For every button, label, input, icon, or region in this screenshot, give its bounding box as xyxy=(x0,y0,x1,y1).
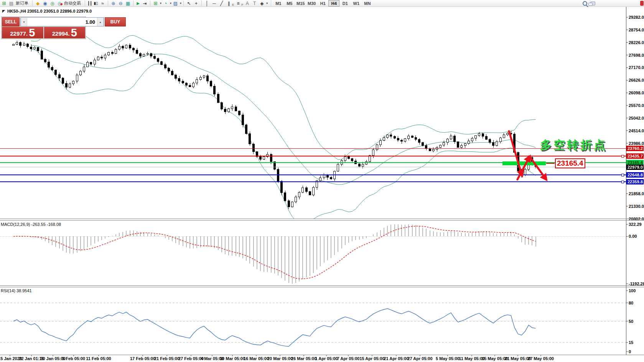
svg-text:26098.0: 26098.0 xyxy=(629,90,644,95)
toolbar-separator xyxy=(133,1,133,6)
svg-text:27170.0: 27170.0 xyxy=(629,65,644,70)
autotrading-icon[interactable]: ◎ xyxy=(56,0,63,6)
svg-text:21 Apr 05:00: 21 Apr 05:00 xyxy=(384,356,408,361)
periods-dropdown-icon[interactable]: ▾ xyxy=(170,2,171,5)
svg-text:5 May 05:00: 5 May 05:00 xyxy=(436,356,460,361)
timeframe-m5-button[interactable]: M5 xyxy=(284,0,295,7)
svg-text:21 May 05:00: 21 May 05:00 xyxy=(505,356,531,361)
sell-price-button[interactable]: 22977.5 xyxy=(2,27,43,38)
buy-price-big-digit: 5 xyxy=(71,29,77,37)
svg-text:25042.0: 25042.0 xyxy=(629,116,644,120)
zoom-in-icon[interactable]: ⊕ xyxy=(110,0,117,6)
timeframe-w1-button[interactable]: W1 xyxy=(351,0,362,7)
fibonacci-tool-sub-icon: F xyxy=(241,3,243,7)
turning-point-annotation[interactable]: 多空转折点 xyxy=(540,137,607,153)
buy-price-main: 22994. xyxy=(52,30,70,37)
shapes-dropdown-icon[interactable]: ▾ xyxy=(266,2,268,5)
buy-button[interactable]: BUY xyxy=(105,17,126,26)
svg-text:11 May 05:00: 11 May 05:00 xyxy=(459,356,484,361)
svg-text:23986.0: 23986.0 xyxy=(629,141,644,146)
trade-panel-top-row: SELL ▾ ▴ BUY xyxy=(2,17,86,27)
indicators-dropdown-icon[interactable]: ▾ xyxy=(160,2,161,5)
tile-windows-icon[interactable]: ▦ xyxy=(125,0,131,6)
chart-title-text: HK50-,H4 23051.0 23051.0 22896.0 22979.0 xyxy=(7,9,92,13)
volume-input[interactable] xyxy=(27,18,97,26)
svg-text:20 Mar 05:00: 20 Mar 05:00 xyxy=(267,356,293,361)
svg-text:80: 80 xyxy=(629,301,633,305)
new-chart-icon[interactable]: ⊞ xyxy=(1,0,7,6)
new-order-icon[interactable]: ▤ xyxy=(8,0,15,6)
time-axis: 15 Jan 202022 Jan 01:1530 Jan 05:005 Feb… xyxy=(0,355,554,361)
timeframe-m15-button[interactable]: M15 xyxy=(295,0,306,7)
chat-icon[interactable] xyxy=(590,2,595,5)
main-toolbar: ⊞ ▤ 新订单 ◆ ◉ ◎ ◎ 自动交易 ┃┃ ▮▯ ≈ ⊕ ⊖ ▦ ▶ ⇥ ⊞… xyxy=(0,0,644,7)
periods-icon[interactable]: ◔ xyxy=(162,0,169,6)
alert-badge-icon[interactable] xyxy=(640,1,644,6)
volume-decrease-button[interactable]: ▾ xyxy=(21,18,27,26)
autotrading-button[interactable]: 自动交易 xyxy=(64,0,81,6)
buy-price-button[interactable]: 22994.5 xyxy=(44,27,86,38)
zoom-out-icon[interactable]: ⊖ xyxy=(117,0,124,6)
shapes-tool-icon[interactable]: ◈ xyxy=(259,0,265,6)
chart-shift-icon[interactable]: ⇥ xyxy=(142,0,148,6)
panel-borders[interactable] xyxy=(0,7,644,355)
volume-increase-button[interactable]: ▴ xyxy=(97,18,104,26)
candlesticks xyxy=(13,41,537,209)
price-callout-label[interactable]: 23165.4 xyxy=(555,158,585,168)
text-tool-icon[interactable]: A xyxy=(244,0,250,6)
new-order-button[interactable]: 新订单 xyxy=(16,0,28,6)
chart-canvas[interactable]: 29282.028754.028226.027698.027170.026626… xyxy=(0,0,644,362)
svg-text:20802.0: 20802.0 xyxy=(629,217,644,221)
community-icon[interactable]: ◉ xyxy=(42,0,48,6)
timeframe-mn-button[interactable]: MN xyxy=(362,0,373,7)
indicators-icon[interactable]: ⊞ xyxy=(152,0,159,6)
label-tool-icon[interactable]: T xyxy=(251,0,258,6)
market-icon[interactable]: ◆ xyxy=(35,0,41,6)
rsi-line xyxy=(13,309,536,347)
sell-button[interactable]: SELL xyxy=(2,17,20,26)
timeframe-m30-button[interactable]: M30 xyxy=(306,0,317,7)
line-chart-icon[interactable]: ≈ xyxy=(99,0,106,6)
hline-label-23760.2: 23760.2 xyxy=(626,146,644,151)
sell-price-main: 22977. xyxy=(10,30,28,37)
candlestick-chart-icon[interactable]: ▮▯ xyxy=(93,0,99,6)
trendline-tool-icon[interactable]: ╱ xyxy=(218,0,225,6)
macd-indicator-label: MACD(12,26,9) -263.55 -168.08 xyxy=(1,222,61,227)
templates-icon[interactable]: ▨ xyxy=(172,0,179,6)
svg-text:15: 15 xyxy=(629,340,633,345)
sell-price-big-digit: 5 xyxy=(29,29,35,37)
toolbar-separator xyxy=(108,1,108,6)
svg-text:22359.8: 22359.8 xyxy=(628,179,643,184)
svg-text:5 Feb 05:00: 5 Feb 05:00 xyxy=(62,356,85,361)
search-icon[interactable] xyxy=(583,1,587,6)
horizontal-line-tool-icon[interactable]: ─ xyxy=(211,0,217,6)
signals-icon[interactable]: ◎ xyxy=(49,0,56,6)
timeframe-m1-button[interactable]: M1 xyxy=(273,0,284,7)
fibonacci-tool-icon[interactable]: ≡ xyxy=(235,0,241,6)
cursor-icon[interactable]: ↖ xyxy=(186,0,192,6)
svg-text:28754.0: 28754.0 xyxy=(629,28,644,32)
rsi-level-lines xyxy=(0,303,626,342)
auto-scroll-icon[interactable]: ▶ xyxy=(135,0,141,6)
timeframe-h1-button[interactable]: H1 xyxy=(317,0,328,7)
crosshair-icon[interactable]: + xyxy=(193,0,199,6)
svg-text:23760.2: 23760.2 xyxy=(628,146,643,151)
timeframe-h4-button[interactable]: H4 xyxy=(328,0,339,7)
svg-text:17 Feb 05:00: 17 Feb 05:00 xyxy=(130,356,155,361)
hline-label-22359.8: 22359.8 xyxy=(626,179,644,184)
toolbar-separator xyxy=(201,1,202,6)
timeframe-toolbar: M1M5M15M30H1H4D1W1MN xyxy=(271,0,373,7)
panel-collapse-icon[interactable]: ◤ xyxy=(2,9,5,13)
vertical-line-tool-icon[interactable]: │ xyxy=(204,0,210,6)
rsi-indicator-label: RSI(14) 38.9541 xyxy=(1,288,32,293)
templates-dropdown-icon[interactable]: ▾ xyxy=(180,2,181,5)
timeframe-d1-button[interactable]: D1 xyxy=(339,0,351,7)
svg-text:11 Feb 05:00: 11 Feb 05:00 xyxy=(86,356,111,361)
channel-tool-icon[interactable]: ∥ xyxy=(226,0,232,6)
toolbar-separator xyxy=(32,1,33,6)
svg-text:26626.0: 26626.0 xyxy=(629,78,644,82)
svg-text:1 Apr 05:00: 1 Apr 05:00 xyxy=(315,356,338,361)
toolbar-separator xyxy=(183,1,184,6)
hline-label-23435.7: 23435.7 xyxy=(626,153,644,159)
bar-chart-icon[interactable]: ┃┃ xyxy=(87,0,92,6)
